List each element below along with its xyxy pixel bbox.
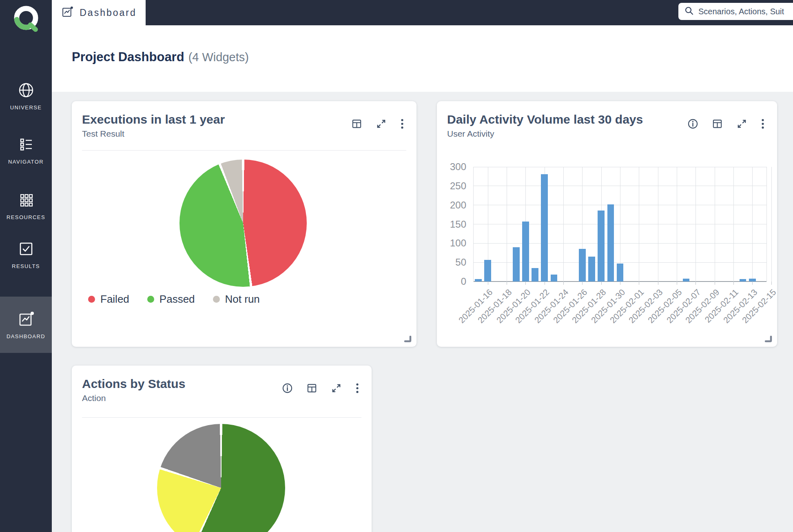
resize-handle-icon[interactable] [403,336,412,343]
page-title-text: Project Dashboard [72,50,184,64]
widget-divider [82,150,406,151]
not-run-dot-icon [213,296,220,303]
widget-divider [82,417,361,418]
dashboard-chart-icon [61,5,74,20]
x-axis-tick [715,282,715,285]
bar-2025-01-24[interactable] [551,275,558,282]
kebab-menu-icon[interactable] [355,383,359,394]
kebab-menu-icon[interactable] [761,118,765,129]
x-axis-tick [601,282,602,285]
bar-2025-02-07[interactable] [683,279,690,282]
widget-toolbar [687,118,765,129]
app-logo-q-icon[interactable] [0,2,52,35]
sidebar-item-label: RESULTS [12,263,40,269]
expand-icon[interactable] [736,118,747,129]
legend-item-not-run[interactable]: Not run [213,293,260,306]
gridline [696,167,696,282]
tab-dashboard[interactable]: Dashboard [52,0,146,25]
x-axis-tick [733,282,734,285]
page-title: Project Dashboard(4 Widgets) [72,50,249,64]
y-axis-tick-label: 0 [439,276,466,287]
legend-item-passed[interactable]: Passed [147,293,195,306]
x-axis-tick [525,282,526,285]
widget-subtitle: User Activity [447,129,494,139]
resize-handle-icon[interactable] [764,336,773,343]
table-icon[interactable] [306,383,317,394]
expand-icon[interactable] [376,118,387,129]
sidebar-item-navigator[interactable]: NAVIGATOR [0,122,52,178]
table-icon[interactable] [712,118,723,129]
topbar: Dashboard [52,0,793,25]
sidebar-item-label: DASHBOARD [7,333,45,339]
sidebar-item-label: RESOURCES [7,214,45,220]
table-icon[interactable] [351,118,362,129]
legend-label: Passed [159,293,195,306]
sidebar-item-dashboard[interactable]: DASHBOARD [0,297,52,353]
gridline [563,167,564,282]
bar-2025-01-27[interactable] [579,249,586,282]
widget-daily-activity-volume: Daily Activity Volume last 30 days User … [437,101,777,347]
dashboard-chart-icon [17,310,35,328]
x-axis-tick [752,282,753,285]
sidebar: UNIVERSE NAVIGATOR RESOURCES [0,0,52,532]
legend-label: Not run [225,293,260,306]
failed-dot-icon [88,296,95,303]
global-search [678,3,793,20]
gridline [733,167,734,282]
search-input[interactable] [698,7,793,16]
tab-label: Dashboard [80,7,137,18]
legend-label: Failed [100,293,129,306]
y-axis-tick-label: 50 [439,257,466,268]
expand-icon[interactable] [331,383,342,394]
sidebar-item-universe[interactable]: UNIVERSE [0,68,52,124]
widget-title: Daily Activity Volume last 30 days [447,113,643,126]
legend-item-failed[interactable]: Failed [88,293,129,306]
daily-activity-bar-chart[interactable]: 0501001502002503002025-01-162025-01-1820… [473,167,767,282]
y-axis-tick-label: 200 [439,200,466,211]
info-icon[interactable] [687,118,698,129]
bar-2025-01-23[interactable] [541,174,548,282]
x-axis-tick [488,282,488,285]
passed-dot-icon [147,296,154,303]
sidebar-item-results[interactable]: RESULTS [0,226,52,283]
gridline [715,167,715,282]
test-result-pie-chart[interactable] [179,160,307,287]
actions-status-pie-chart[interactable] [157,424,285,532]
bar-2025-01-31[interactable] [617,264,624,282]
sidebar-item-resources[interactable]: RESOURCES [0,177,52,234]
widget-executions-last-year: Executions in last 1 year Test Result Fa… [72,101,416,347]
widget-subtitle: Test Result [82,129,124,139]
widget-title: Actions by Status [82,377,185,391]
x-axis-tick [639,282,639,285]
bar-2025-01-21[interactable] [522,222,529,282]
resources-grid-icon [17,191,35,209]
bar-2025-01-22[interactable] [532,268,538,282]
bar-2025-01-30[interactable] [607,204,614,282]
bar-2025-01-17[interactable] [484,260,491,282]
navigator-list-icon [17,135,35,153]
widget-title: Executions in last 1 year [82,113,225,126]
bar-2025-02-14[interactable] [749,279,756,282]
globe-icon [17,81,35,99]
bar-2025-01-20[interactable] [513,247,520,282]
gridline [658,167,658,282]
gridline [752,167,753,282]
widget-count: (4 Widgets) [188,51,249,64]
bar-2025-01-28[interactable] [588,257,595,282]
bar-2025-01-29[interactable] [598,211,605,282]
info-icon[interactable] [282,383,293,394]
pie-legend: Failed Passed Not run [88,293,260,306]
widget-actions-by-status: Actions by Status Action [72,366,372,532]
x-axis-tick [582,282,583,285]
x-axis-tick [507,282,507,285]
bar-2025-01-16[interactable] [475,279,482,282]
results-check-icon [17,240,35,258]
gridline [677,167,677,282]
x-axis-tick [620,282,620,285]
widget-toolbar [282,383,359,394]
y-axis-tick-label: 100 [439,237,466,249]
bar-2025-02-13[interactable] [740,279,746,282]
gridline [639,167,639,282]
y-axis-tick-label: 150 [439,219,466,230]
kebab-menu-icon[interactable] [400,118,404,129]
